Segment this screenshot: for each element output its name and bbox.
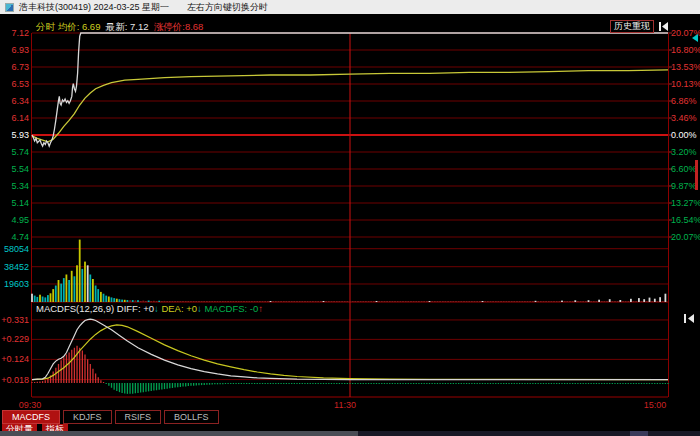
- last-value: 7.12: [130, 21, 149, 32]
- scrollbar-thumb[interactable]: [695, 160, 698, 190]
- os-taskbar[interactable]: [0, 431, 700, 436]
- app-window: 浩丰科技(300419) 2024-03-25 星期一 左右方向键切换分时 7.…: [0, 0, 700, 436]
- limit-value: 8.68: [185, 21, 204, 32]
- avg-label: 均价:: [58, 21, 80, 32]
- avg-value: 6.69: [82, 21, 101, 32]
- indicator-name: MACDFS(12,26,9): [36, 303, 114, 314]
- mode-label: 分时: [36, 21, 55, 32]
- quote-info-bar: 分时 均价: 6.69 最新: 7.12 涨停价:8.68: [36, 21, 203, 34]
- history-replay-control: 历史重现: [610, 20, 669, 33]
- limit-label: 涨停价:: [154, 21, 185, 32]
- indicator-tab-bar: MACDFSKDJFSRSIFSBOLLFS: [2, 410, 219, 424]
- skip-to-start-icon[interactable]: [658, 22, 669, 31]
- indicator-value-bar: MACDFS(12,26,9) DIFF: +0↓ DEA: +0↓ MACDF…: [36, 303, 263, 314]
- window-title: 浩丰科技(300419) 2024-03-25 星期一 左右方向键切换分时: [19, 1, 268, 14]
- tab-kdjfs[interactable]: KDJFS: [63, 410, 112, 424]
- taskbar-window-segment[interactable]: [0, 431, 358, 436]
- tab-rsifs[interactable]: RSIFS: [115, 410, 162, 424]
- last-label: 最新:: [106, 21, 128, 32]
- tab-bollfs[interactable]: BOLLFS: [164, 410, 219, 424]
- axis-cursor-marker: [692, 34, 698, 42]
- app-icon: [5, 3, 14, 12]
- window-titlebar: 浩丰科技(300419) 2024-03-25 星期一 左右方向键切换分时: [0, 0, 700, 14]
- replay-prev-icon[interactable]: [683, 314, 695, 323]
- history-replay-button[interactable]: 历史重现: [610, 20, 654, 33]
- diff-value: DIFF: +0: [117, 303, 154, 314]
- dea-value: DEA: +0: [161, 303, 197, 314]
- macd-value: MACDFS: -0: [204, 303, 258, 314]
- tab-macdfs[interactable]: MACDFS: [2, 410, 60, 424]
- macd-arrow-icon: ↑: [258, 303, 263, 314]
- intraday-chart-canvas[interactable]: [0, 0, 700, 436]
- taskbar-tray-segment[interactable]: [630, 431, 648, 436]
